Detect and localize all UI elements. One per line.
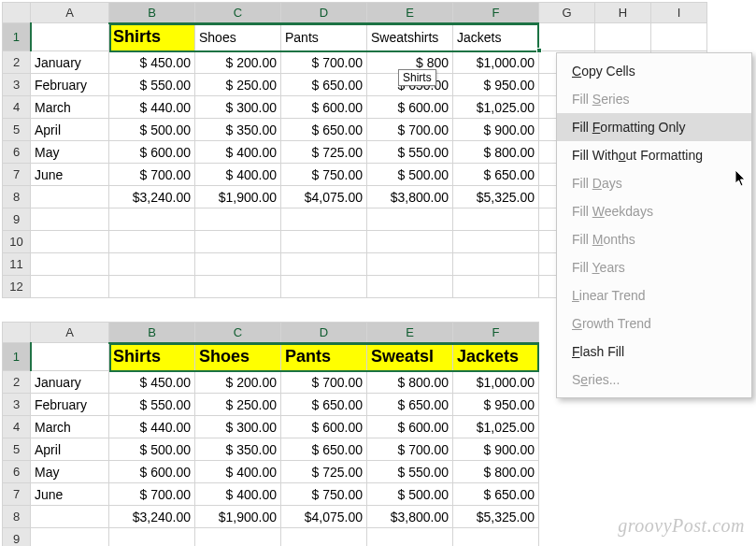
col-header-f[interactable]: F	[453, 323, 539, 343]
cell[interactable]	[367, 528, 453, 547]
cell[interactable]	[31, 506, 109, 528]
row-header-6[interactable]: 6	[3, 461, 31, 483]
cell[interactable]: June	[31, 164, 109, 186]
cell[interactable]	[109, 231, 195, 253]
cell[interactable]	[453, 208, 539, 231]
cell[interactable]: $5,325.00	[453, 186, 539, 208]
row-header-12[interactable]: 12	[3, 276, 31, 298]
cell[interactable]: $ 950.00	[453, 394, 539, 416]
cell[interactable]: $ 700.00	[367, 438, 453, 461]
col-header-f[interactable]: F	[453, 3, 539, 23]
cell[interactable]: June	[31, 483, 109, 506]
cell[interactable]: $ 600.00	[281, 96, 367, 119]
cell[interactable]: $1,000.00	[453, 51, 539, 74]
cell[interactable]: $ 440.00	[109, 416, 195, 438]
row-header-5[interactable]: 5	[3, 438, 31, 461]
cell[interactable]: May	[31, 141, 109, 164]
cell[interactable]: $ 650.00	[281, 438, 367, 461]
cell[interactable]: $ 200.00	[195, 51, 281, 74]
row-header-4[interactable]: 4	[3, 96, 31, 119]
cell[interactable]	[31, 253, 109, 276]
col-header-b[interactable]: B	[109, 3, 195, 23]
menu-flash-fill[interactable]: Flash Fill	[557, 338, 751, 366]
cell[interactable]: $ 400.00	[195, 164, 281, 186]
cell[interactable]	[281, 208, 367, 231]
row-header-9[interactable]: 9	[3, 528, 31, 547]
cell[interactable]: $ 350.00	[195, 119, 281, 141]
select-all-corner[interactable]	[3, 323, 31, 343]
row-header-1[interactable]: 1	[3, 343, 31, 371]
col-header-a[interactable]: A	[31, 3, 109, 23]
select-all-corner[interactable]	[3, 3, 31, 23]
cell[interactable]: $1,025.00	[453, 416, 539, 438]
cell-b1[interactable]: Shirts	[109, 23, 195, 51]
cell[interactable]	[453, 253, 539, 276]
cell[interactable]	[195, 231, 281, 253]
cell[interactable]: $ 650.00	[453, 483, 539, 506]
cell[interactable]: $ 400.00	[195, 461, 281, 483]
cell[interactable]	[31, 186, 109, 208]
cell[interactable]	[281, 528, 367, 547]
cell[interactable]	[109, 253, 195, 276]
cell[interactable]: $ 550.00	[367, 461, 453, 483]
cell[interactable]: $ 400.00	[195, 483, 281, 506]
cell[interactable]	[281, 276, 367, 298]
cell[interactable]: $ 750.00	[281, 164, 367, 186]
col-header-b[interactable]: B	[109, 323, 195, 343]
cell-e1[interactable]: Sweatsl	[367, 343, 453, 371]
cell[interactable]	[109, 528, 195, 547]
menu-copy-cells[interactable]: Copy Cells	[557, 57, 751, 85]
cell[interactable]: $ 700.00	[109, 483, 195, 506]
cell-d1[interactable]: Pants	[281, 343, 367, 371]
cell[interactable]	[367, 208, 453, 231]
cell-c1[interactable]: Shoes	[195, 343, 281, 371]
cell[interactable]: $ 700.00	[281, 371, 367, 394]
cell[interactable]: $ 800.00	[367, 371, 453, 394]
cell[interactable]: $ 650.00	[281, 394, 367, 416]
fill-handle-icon[interactable]	[536, 48, 542, 53]
row-header-1[interactable]: 1	[3, 23, 31, 51]
cell[interactable]	[109, 276, 195, 298]
cell[interactable]: $ 500.00	[367, 164, 453, 186]
col-header-c[interactable]: C	[195, 323, 281, 343]
cell[interactable]: $1,000.00	[453, 371, 539, 394]
cell[interactable]: $ 725.00	[281, 461, 367, 483]
cell[interactable]	[31, 208, 109, 231]
row-header-8[interactable]: 8	[3, 506, 31, 528]
cell[interactable]: $ 400.00	[195, 141, 281, 164]
row-header-10[interactable]: 10	[3, 231, 31, 253]
row-header-8[interactable]: 8	[3, 186, 31, 208]
cell[interactable]: $ 900.00	[453, 438, 539, 461]
cell[interactable]: $ 600.00	[367, 416, 453, 438]
cell[interactable]: $4,075.00	[281, 506, 367, 528]
row-header-6[interactable]: 6	[3, 141, 31, 164]
cell[interactable]: $3,240.00	[109, 186, 195, 208]
cell-f1[interactable]: Jackets	[453, 343, 539, 371]
col-header-c[interactable]: C	[195, 3, 281, 23]
cell[interactable]: March	[31, 96, 109, 119]
cell[interactable]	[31, 528, 109, 547]
cell[interactable]: $ 600.00	[109, 461, 195, 483]
cell[interactable]: $ 550.00	[109, 74, 195, 96]
cell[interactable]: March	[31, 416, 109, 438]
row-header-11[interactable]: 11	[3, 253, 31, 276]
cell[interactable]: $3,800.00	[367, 506, 453, 528]
cell[interactable]: $ 550.00	[109, 394, 195, 416]
cell[interactable]: $ 600.00	[367, 96, 453, 119]
cell[interactable]	[31, 23, 109, 51]
cell[interactable]: January	[31, 371, 109, 394]
cell[interactable]: $ 950.00	[453, 74, 539, 96]
cell[interactable]	[453, 276, 539, 298]
cell[interactable]: $1,900.00	[195, 506, 281, 528]
cell[interactable]: $1,025.00	[453, 96, 539, 119]
cell[interactable]	[281, 253, 367, 276]
cell[interactable]: $ 500.00	[109, 438, 195, 461]
row-header-4[interactable]: 4	[3, 416, 31, 438]
cell[interactable]: May	[31, 461, 109, 483]
row-header-7[interactable]: 7	[3, 483, 31, 506]
row-header-3[interactable]: 3	[3, 74, 31, 96]
cell[interactable]: $ 300.00	[195, 96, 281, 119]
cell[interactable]: $ 900.00	[453, 119, 539, 141]
cell-c1[interactable]: Shoes	[195, 23, 281, 51]
cell[interactable]: $ 350.00	[195, 438, 281, 461]
